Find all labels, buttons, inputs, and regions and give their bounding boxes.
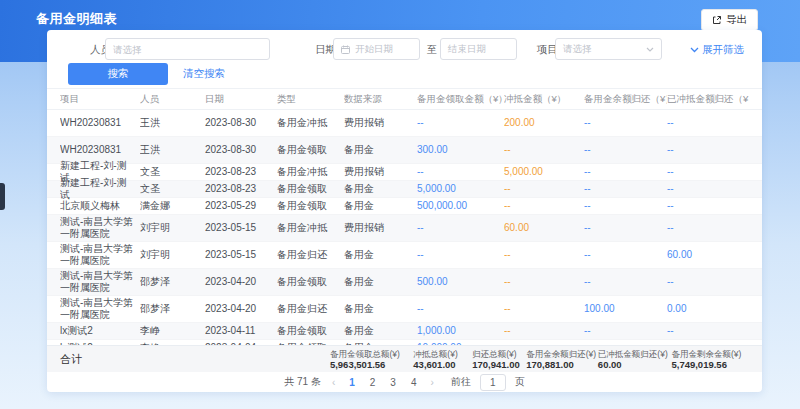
table-row: WH20230831王洪2023-08-30备用金领取备用金300.00----… [47,137,762,164]
cell-offset_return: -- [667,276,749,288]
page-number-3[interactable]: 3 [387,377,399,388]
summary-stat-value: 43,601.00 [413,359,472,370]
summary-stat-label: 已冲抵金额归还(¥) [598,349,672,359]
summary-stat: 冲抵总额(¥)43,601.00 [413,349,472,370]
cell-type: 备用金冲抵 [277,166,344,178]
column-header: 冲抵金额（¥） [504,93,584,105]
cell-offset: -- [504,200,584,212]
cell-offset_return: -- [667,200,749,212]
expand-filters-link[interactable]: 展开筛选 [690,43,744,57]
cell-person: 邵梦泽 [140,276,205,288]
cell-source: 备用金 [344,144,417,156]
column-header: 已冲抵金额归还（¥） [667,93,749,105]
cell-source: 费用报销 [344,166,417,178]
cell-type: 备用金领取 [277,200,344,212]
summary-stat-value: 5,963,501.56 [330,359,413,370]
cell-person: 文圣 [140,166,205,178]
cell-type: 备用金冲抵 [277,117,344,129]
collapsed-drawer-handle[interactable] [0,183,5,210]
cell-receive: 500.00 [417,276,504,288]
cell-person: 王洪 [140,117,205,129]
summary-stat: 备用金余额归还(¥)170,881.00 [526,349,598,370]
summary-stat: 已冲抵金额归还(¥)60.00 [598,349,672,370]
export-button[interactable]: 导出 [701,9,758,31]
cell-balance_return: -- [584,144,667,156]
expand-chevron-icon [690,47,699,53]
column-header: 备用金余额归还（¥） [584,93,667,105]
summary-stat-value: 60.00 [598,359,672,370]
cell-receive: 1,000.00 [417,325,504,337]
page-number-4[interactable]: 4 [408,377,420,388]
cell-date: 2023-04-20 [205,303,277,315]
cell-project: 新建工程-刘-测试 [60,177,140,201]
cell-offset: -- [504,325,584,337]
cell-project: 北京顺义梅林 [60,200,140,212]
cell-receive: -- [417,222,504,234]
cell-offset: 60.00 [504,222,584,234]
person-select-input[interactable] [105,38,270,60]
table-row: 测试-南昌大学第一附属医院邵梦泽2023-04-20备用金领取备用金500.00… [47,269,762,296]
next-page-button[interactable]: › [428,377,435,388]
cell-person: 王洪 [140,144,205,156]
cell-date: 2023-08-23 [205,183,277,195]
page-number-1[interactable]: 1 [346,377,358,388]
cell-person: 刘宇明 [140,249,205,261]
page-number-list: 1234 [346,377,419,388]
prev-page-button[interactable]: ‹ [330,377,337,388]
cell-receive: -- [417,166,504,178]
search-button[interactable]: 搜索 [68,63,168,85]
cell-type: 备用金归还 [277,303,344,315]
cell-source: 备用金 [344,249,417,261]
column-header: 日期 [205,93,277,105]
goto-page-input[interactable] [480,374,506,391]
table-row: 新建工程-刘-测试文圣2023-08-23备用金冲抵费用报销--5,000.00… [47,164,762,181]
table-body: WH20230831王洪2023-08-30备用金冲抵费用报销--200.00-… [47,110,762,345]
table-row: 测试-南昌大学第一附属医院刘宇明2023-05-15备用金冲抵费用报销--60.… [47,215,762,242]
cell-project: 测试-南昌大学第一附属医院 [60,243,140,267]
cell-receive: 300.00 [417,144,504,156]
clear-search-button[interactable]: 清空搜索 [183,67,225,81]
summary-stat-label: 归还总额(¥) [472,349,526,359]
cell-offset_return: -- [667,166,749,178]
cell-offset: -- [504,144,584,156]
cell-person: 文圣 [140,183,205,195]
cell-balance_return: -- [584,325,667,337]
cell-person: 邵梦泽 [140,303,205,315]
date-start-input[interactable]: 开始日期 [333,38,420,60]
cell-project: WH20230831 [60,117,140,129]
cell-type: 备用金归还 [277,249,344,261]
cell-type: 备用金领取 [277,276,344,288]
cell-balance_return: 100.00 [584,303,667,315]
chevron-down-icon [646,47,654,52]
table-row: WH20230831王洪2023-08-30备用金冲抵费用报销--200.00-… [47,110,762,137]
cell-receive: 500,000.00 [417,200,504,212]
page-number-2[interactable]: 2 [367,377,379,388]
date-start-placeholder: 开始日期 [355,43,393,56]
cell-person: 刘宇明 [140,222,205,234]
date-end-placeholder: 结束日期 [448,43,486,56]
date-end-input[interactable]: 结束日期 [440,38,517,60]
cell-source: 备用金 [344,325,417,337]
cell-date: 2023-08-30 [205,117,277,129]
cell-person: 李峥 [140,325,205,337]
person-input[interactable] [113,44,262,55]
cell-receive: 5,000.00 [417,183,504,195]
calendar-icon [341,45,350,54]
export-label: 导出 [726,13,747,27]
summary-stat-value: 170,881.00 [526,359,598,370]
cell-source: 费用报销 [344,117,417,129]
cell-date: 2023-04-11 [205,325,277,337]
project-select[interactable]: 请选择 [555,38,662,60]
cell-date: 2023-04-20 [205,276,277,288]
cell-source: 备用金 [344,200,417,212]
pagination-total-text: 共 71 条 [284,375,321,389]
cell-offset_return: -- [667,117,749,129]
summary-row: 合计 备用金领取总额(¥)5,963,501.56冲抵总额(¥)43,601.0… [47,345,762,372]
summary-stat-label: 备用金领取总额(¥) [330,349,413,359]
cell-balance_return: -- [584,276,667,288]
summary-total-label: 合计 [60,352,330,367]
cell-offset: 5,000.00 [504,166,584,178]
cell-date: 2023-05-29 [205,200,277,212]
cell-offset_return: -- [667,222,749,234]
cell-balance_return: -- [584,183,667,195]
